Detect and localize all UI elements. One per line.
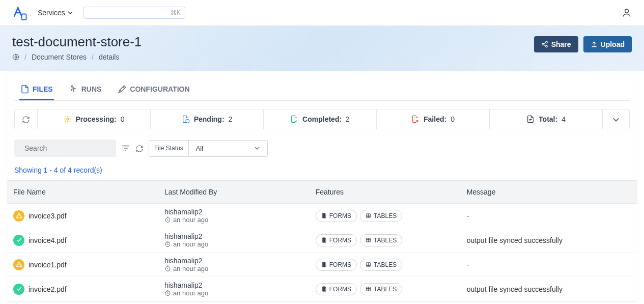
message-cell: output file synced successfully — [461, 228, 637, 253]
feature-forms-pill: FORMS — [316, 210, 357, 222]
table-icon — [366, 237, 371, 243]
services-menu[interactable]: Services — [38, 9, 73, 17]
share-button[interactable]: Share — [534, 36, 578, 52]
chevron-down-icon — [254, 145, 260, 151]
tabs: FILES RUNS CONFIGURATION — [14, 79, 630, 101]
breadcrumb: / Document Stores / details — [12, 53, 142, 61]
breadcrumb-level2: details — [99, 53, 119, 61]
form-icon — [321, 213, 327, 218]
table-icon — [366, 262, 371, 267]
refresh-icon — [135, 145, 144, 153]
stat-completed: Completed: 2 — [263, 109, 376, 129]
modified-time: an hour ago — [164, 265, 303, 272]
refresh-icon — [22, 116, 30, 124]
clock-icon — [164, 290, 171, 296]
stat-pending: Pending: 2 — [150, 109, 263, 129]
svg-point-1 — [625, 9, 629, 13]
file-icon — [526, 115, 535, 124]
svg-rect-0 — [22, 14, 26, 20]
stat-failed: Failed: 0 — [376, 109, 489, 129]
svg-rect-11 — [323, 213, 326, 218]
svg-point-4 — [542, 43, 544, 45]
modified-time: an hour ago — [164, 289, 303, 297]
modified-by: hishamalip2 — [164, 281, 303, 289]
status-warning-icon — [13, 259, 24, 270]
svg-rect-20 — [323, 287, 326, 291]
col-message: Message — [461, 181, 637, 204]
feature-tables-pill: TABLES — [360, 283, 402, 295]
tools-icon — [118, 85, 127, 94]
col-features: Features — [310, 181, 461, 204]
file-name: invoice3.pdf — [29, 212, 67, 220]
feature-tables-pill: TABLES — [360, 259, 402, 271]
svg-point-3 — [545, 41, 547, 43]
table-row[interactable]: invoice3.pdfhishamalip2an hour agoFORMST… — [7, 204, 637, 228]
chevron-down-icon — [67, 10, 73, 16]
svg-point-5 — [545, 45, 547, 47]
filter-row: File Status All — [7, 129, 637, 160]
feature-forms-pill: FORMS — [316, 234, 357, 246]
col-last-modified: Last Modified By — [158, 181, 310, 204]
upload-button[interactable]: Upload — [583, 36, 632, 52]
modified-time: an hour ago — [164, 216, 303, 224]
cmd-hint: ⌘K — [171, 9, 181, 16]
status-warning-icon — [13, 210, 24, 222]
stats-refresh-button[interactable] — [15, 109, 37, 128]
col-file-name: File Name — [7, 181, 158, 204]
table-icon — [366, 286, 371, 292]
chevron-down-icon — [612, 116, 620, 124]
upload-icon — [591, 41, 598, 48]
runs-icon — [69, 85, 78, 94]
tab-files[interactable]: FILES — [19, 79, 54, 100]
feature-forms-pill: FORMS — [316, 283, 357, 295]
app-logo — [12, 5, 27, 20]
table-row[interactable]: invoice1.pdfhishamalip2an hour agoFORMST… — [7, 253, 637, 277]
tab-runs[interactable]: RUNS — [68, 79, 103, 100]
breadcrumb-level1[interactable]: Document Stores — [32, 53, 87, 61]
feature-tables-pill: TABLES — [360, 210, 402, 222]
modified-by: hishamalip2 — [164, 208, 303, 216]
file-name: invoice2.pdf — [29, 285, 67, 293]
file-x-icon — [411, 115, 419, 124]
search-box[interactable] — [14, 140, 116, 157]
message-cell: output file synced successfully — [461, 277, 637, 301]
status-success-icon — [13, 284, 24, 295]
svg-point-7 — [67, 118, 69, 120]
clock-icon — [164, 241, 171, 247]
command-search[interactable]: ⌘K — [83, 7, 185, 19]
stats-collapse-toggle[interactable] — [602, 109, 629, 128]
modified-time: an hour ago — [164, 240, 303, 248]
form-icon — [321, 262, 327, 267]
filter-icon[interactable] — [121, 144, 130, 153]
svg-point-8 — [186, 120, 189, 123]
search-input[interactable] — [24, 144, 114, 152]
file-clock-icon — [182, 115, 190, 124]
files-table: File Name Last Modified By Features Mess… — [7, 180, 637, 301]
stat-total: Total: 4 — [489, 109, 602, 129]
table-row[interactable]: invoice2.pdfhishamalip2an hour agoFORMST… — [7, 277, 637, 301]
tab-configuration[interactable]: CONFIGURATION — [117, 79, 190, 100]
clock-icon — [164, 265, 171, 272]
page-title: test-document-store-1 — [12, 34, 142, 50]
stats-bar: Processing: 0 Pending: 2 Completed: 2 Fa… — [14, 109, 630, 129]
table-row[interactable]: invoice4.pdfhishamalip2an hour agoFORMST… — [7, 228, 637, 253]
svg-rect-17 — [323, 262, 326, 267]
file-status-filter[interactable]: File Status All — [149, 140, 268, 157]
refresh-list-button[interactable] — [135, 144, 144, 152]
status-success-icon — [13, 235, 24, 246]
feature-tables-pill: TABLES — [360, 234, 402, 246]
svg-point-6 — [71, 86, 73, 87]
message-cell: - — [461, 204, 637, 228]
message-cell: - — [461, 253, 637, 277]
share-icon — [541, 41, 548, 48]
topbar: Services ⌘K — [0, 0, 644, 26]
svg-rect-14 — [323, 238, 326, 242]
records-count: Showing 1 - 4 of 4 record(s) — [7, 160, 637, 180]
file-check-icon — [290, 115, 298, 124]
modified-by: hishamalip2 — [164, 257, 303, 265]
page-header: test-document-store-1 / Document Stores … — [0, 26, 644, 71]
user-icon[interactable] — [622, 8, 632, 18]
file-name: invoice4.pdf — [29, 236, 67, 244]
gear-icon — [64, 115, 72, 124]
table-icon — [366, 213, 371, 218]
